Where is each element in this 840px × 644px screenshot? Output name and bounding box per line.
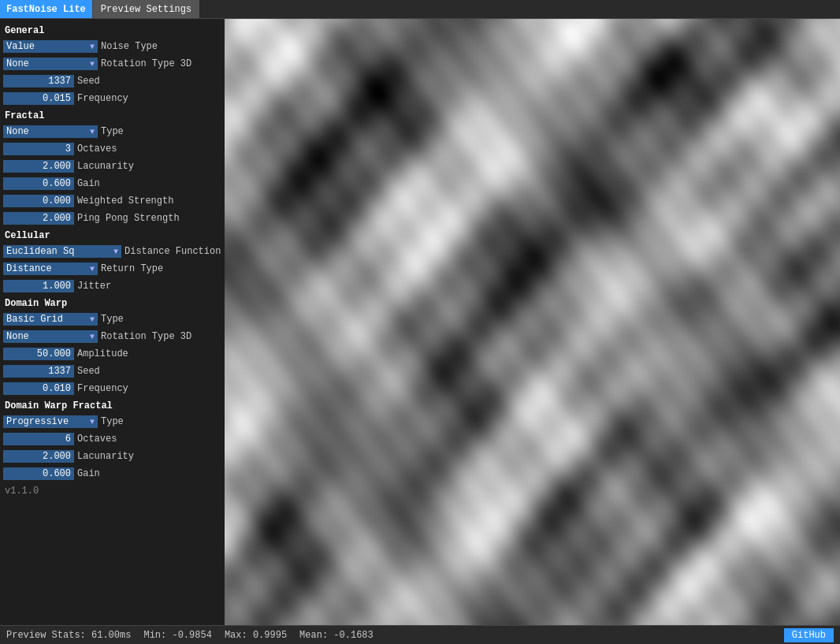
github-button[interactable]: GitHub <box>784 628 834 642</box>
dwf-type-label: Type <box>98 416 221 427</box>
dwf-lacunarity-label: Lacunarity <box>74 451 221 462</box>
lacunarity-row: 2.000 Lacunarity <box>0 158 225 175</box>
dwf-type-value: Progressive <box>6 416 69 427</box>
dwf-octaves-label: Octaves <box>74 434 221 445</box>
rotation-type-row: None ▼ Rotation Type 3D <box>0 55 225 73</box>
dw-seed-label: Seed <box>74 366 221 377</box>
seed-label: Seed <box>74 76 221 87</box>
weighted-strength-row: 0.000 Weighted Strength <box>0 192 225 210</box>
return-type-label: Return Type <box>98 263 221 274</box>
dwf-lacunarity-input[interactable]: 2.000 <box>3 450 74 463</box>
dwf-type-dropdown[interactable]: Progressive ▼ <box>3 415 98 428</box>
dw-frequency-input[interactable]: 0.010 <box>3 382 74 395</box>
ping-pong-input[interactable]: 2.000 <box>3 212 74 225</box>
octaves-row: 3 Octaves <box>0 140 225 158</box>
general-header: General <box>0 22 225 38</box>
frequency-label: Frequency <box>74 93 221 104</box>
noise-type-label: Noise Type <box>98 41 221 52</box>
distance-function-row: Euclidean Sq ▼ Distance Function <box>0 243 225 260</box>
preview-area[interactable] <box>225 19 840 625</box>
preview-settings-button[interactable]: Preview Settings <box>92 0 199 18</box>
weighted-strength-label: Weighted Strength <box>74 195 221 207</box>
fractal-type-label: Type <box>98 126 221 137</box>
rotation-type-label: Rotation Type 3D <box>98 58 221 69</box>
return-type-value: Distance <box>6 263 52 274</box>
distance-function-dropdown[interactable]: Euclidean Sq ▼ <box>3 245 121 258</box>
lacunarity-input[interactable]: 2.000 <box>3 160 74 173</box>
preview-stats: Preview Stats: 61.00ms <box>6 630 131 641</box>
dw-type-arrow: ▼ <box>90 315 95 324</box>
dwf-octaves-input[interactable]: 6 <box>3 433 74 445</box>
lacunarity-label: Lacunarity <box>74 161 221 172</box>
fractal-type-row: None ▼ Type <box>0 123 225 140</box>
dw-type-dropdown[interactable]: Basic Grid ▼ <box>3 313 98 326</box>
main-area: General Value ▼ Noise Type None ▼ Rotati… <box>0 19 840 625</box>
distance-function-arrow: ▼ <box>113 248 118 256</box>
return-type-arrow: ▼ <box>90 265 95 274</box>
fractal-type-dropdown[interactable]: None ▼ <box>3 125 98 138</box>
domain-warp-header: Domain Warp <box>0 295 225 311</box>
gain-row: 0.600 Gain <box>0 175 225 192</box>
frequency-row: 0.015 Frequency <box>0 90 225 107</box>
fastnoise-button[interactable]: FastNoise Lite <box>0 0 92 18</box>
dw-rotation-dropdown[interactable]: None ▼ <box>3 330 98 343</box>
rotation-type-value: None <box>6 58 29 69</box>
octaves-input[interactable]: 3 <box>3 143 74 155</box>
seed-input[interactable]: 1337 <box>3 75 74 87</box>
dwf-type-row: Progressive ▼ Type <box>0 413 225 430</box>
jitter-row: 1.000 Jitter <box>0 277 225 295</box>
amplitude-label: Amplitude <box>74 348 221 359</box>
dwf-gain-input[interactable]: 0.600 <box>3 467 74 480</box>
gain-input[interactable]: 0.600 <box>3 177 74 190</box>
dw-rotation-value: None <box>6 331 29 342</box>
dw-type-row: Basic Grid ▼ Type <box>0 311 225 328</box>
dw-type-value: Basic Grid <box>6 314 63 325</box>
weighted-strength-input[interactable]: 0.000 <box>3 195 74 207</box>
dwf-octaves-row: 6 Octaves <box>0 430 225 448</box>
max-stat: Max: 0.9995 <box>225 630 287 641</box>
dw-type-label: Type <box>98 314 221 325</box>
octaves-label: Octaves <box>74 143 221 154</box>
cellular-header: Cellular <box>0 227 225 243</box>
return-type-dropdown[interactable]: Distance ▼ <box>3 262 98 275</box>
distance-function-value: Euclidean Sq <box>6 246 74 257</box>
min-stat: Min: -0.9854 <box>143 630 211 641</box>
version-label: v1.1.0 <box>0 482 225 500</box>
amplitude-input[interactable]: 50.000 <box>3 348 74 360</box>
seed-row: 1337 Seed <box>0 73 225 90</box>
noise-type-arrow: ▼ <box>90 43 95 51</box>
fractal-header: Fractal <box>0 107 225 123</box>
ping-pong-row: 2.000 Ping Pong Strength <box>0 210 225 227</box>
noise-type-row: Value ▼ Noise Type <box>0 38 225 55</box>
statusbar: Preview Stats: 61.00ms Min: -0.9854 Max:… <box>0 625 840 644</box>
noise-preview-canvas <box>225 19 840 625</box>
frequency-input[interactable]: 0.015 <box>3 92 74 105</box>
noise-type-value: Value <box>6 41 35 52</box>
dw-frequency-row: 0.010 Frequency <box>0 380 225 397</box>
dwf-lacunarity-row: 2.000 Lacunarity <box>0 448 225 465</box>
dwf-gain-label: Gain <box>74 468 221 479</box>
sidebar: General Value ▼ Noise Type None ▼ Rotati… <box>0 19 225 625</box>
dw-rotation-row: None ▼ Rotation Type 3D <box>0 328 225 345</box>
dw-frequency-label: Frequency <box>74 383 221 394</box>
dwf-header: Domain Warp Fractal <box>0 397 225 413</box>
ping-pong-label: Ping Pong Strength <box>74 213 221 224</box>
fractal-type-arrow: ▼ <box>90 128 95 136</box>
jitter-input[interactable]: 1.000 <box>3 280 74 292</box>
dwf-gain-row: 0.600 Gain <box>0 465 225 482</box>
return-type-row: Distance ▼ Return Type <box>0 260 225 277</box>
dwf-type-arrow: ▼ <box>90 418 95 426</box>
mean-stat: Mean: -0.1683 <box>299 630 374 641</box>
dw-rotation-label: Rotation Type 3D <box>98 331 221 342</box>
rotation-type-arrow: ▼ <box>90 60 95 69</box>
topbar: FastNoise Lite Preview Settings <box>0 0 840 19</box>
fractal-type-value: None <box>6 126 29 137</box>
amplitude-row: 50.000 Amplitude <box>0 345 225 363</box>
dw-rotation-arrow: ▼ <box>90 333 95 341</box>
distance-function-label: Distance Function <box>121 246 221 257</box>
noise-type-dropdown[interactable]: Value ▼ <box>3 40 98 53</box>
gain-label: Gain <box>74 178 221 189</box>
rotation-type-dropdown[interactable]: None ▼ <box>3 58 98 70</box>
dw-seed-row: 1337 Seed <box>0 363 225 380</box>
dw-seed-input[interactable]: 1337 <box>3 365 74 378</box>
